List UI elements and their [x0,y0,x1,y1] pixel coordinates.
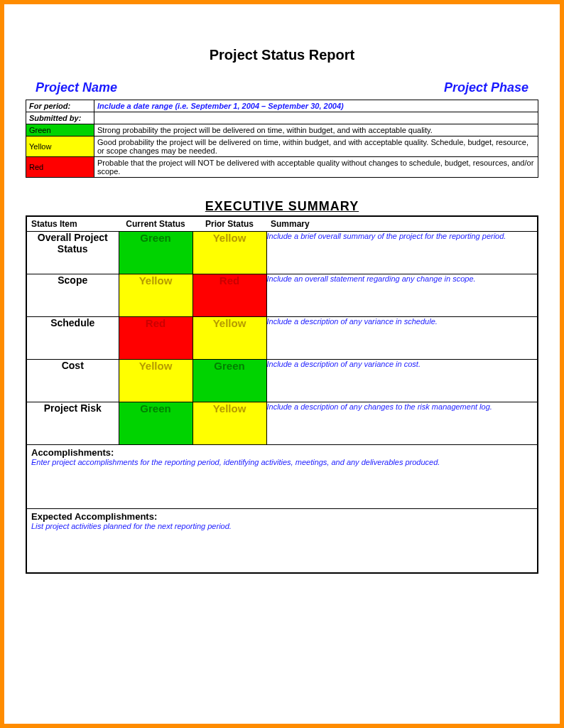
current-status-0: Green [119,232,192,274]
current-status-1: Yellow [119,274,192,317]
legend-red-label: Red [26,157,94,178]
current-status-4: Green [119,402,192,445]
executive-summary-title: EXECUTIVE SUMMARY [26,199,538,214]
submitted-value[interactable] [94,112,538,124]
prior-status-3: Green [192,360,266,402]
summary-0[interactable]: Include a brief overall summary of the p… [266,232,538,274]
th-current-status: Current Status [119,216,192,232]
expected-label: Expected Accomplishments: [31,511,157,522]
accomplishments-block[interactable]: Accomplishments: Enter project accomplis… [26,445,538,509]
status-item-0: Overall Project Status [26,232,119,274]
period-value[interactable]: Include a date range (i.e. September 1, … [94,100,538,112]
meta-table: For period: Include a date range (i.e. S… [26,100,538,178]
prior-status-1: Red [192,274,266,317]
summary-2[interactable]: Include a description of any variance in… [266,317,538,360]
legend-red-desc: Probable that the project will NOT be de… [94,157,538,178]
prior-status-0: Yellow [192,232,266,274]
prior-status-2: Yellow [192,317,266,360]
legend-yellow-label: Yellow [26,136,94,157]
legend-green-label: Green [26,124,94,136]
period-label: For period: [26,100,94,112]
accomplishments-label: Accomplishments: [31,447,114,458]
legend-green-desc: Strong probability the project will be d… [94,124,538,136]
th-prior-status: Prior Status [192,216,266,232]
prior-status-4: Yellow [192,402,266,445]
accomplishments-text: Enter project accomplishments for the re… [31,458,533,466]
project-name-header: Project Name [36,80,117,95]
executive-summary-table: Status Item Current Status Prior Status … [26,215,538,574]
header-row: Project Name Project Phase [26,80,538,100]
current-status-2: Red [119,317,192,360]
project-phase-header: Project Phase [444,80,528,95]
submitted-label: Submitted by: [26,112,94,124]
th-summary: Summary [266,216,538,232]
th-status-item: Status Item [26,216,119,232]
current-status-3: Yellow [119,360,192,402]
legend-yellow-desc: Good probability the project will be del… [94,136,538,157]
expected-text: List project activities planned for the … [31,522,533,530]
summary-4[interactable]: Include a description of any changes to … [266,402,538,445]
page-title: Project Status Report [26,47,538,63]
status-item-2: Schedule [26,317,119,360]
expected-block[interactable]: Expected Accomplishments: List project a… [26,509,538,573]
summary-1[interactable]: Include an overall statement regarding a… [266,274,538,317]
summary-3[interactable]: Include a description of any variance in… [266,360,538,402]
status-item-1: Scope [26,274,119,317]
status-item-3: Cost [26,360,119,402]
status-item-4: Project Risk [26,402,119,445]
